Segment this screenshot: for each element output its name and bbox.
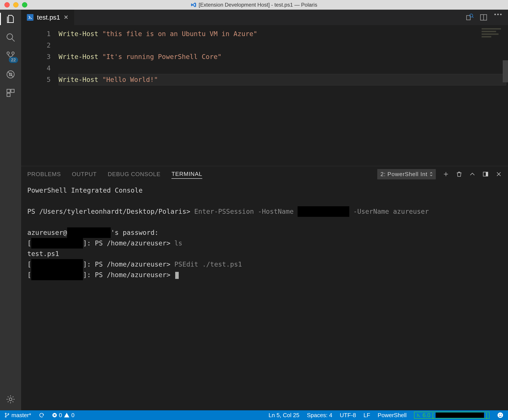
search-activity[interactable] [5,32,16,43]
settings-activity[interactable] [5,394,16,405]
warning-count: 0 [71,412,75,419]
git-branch-status[interactable]: master* [3,412,33,419]
problems-tab[interactable]: PROBLEMS [27,170,61,179]
scm-badge: 22 [9,57,18,63]
branch-name: master* [11,412,31,419]
status-bar: master* 0 0 Ln 5, Col 25 Spaces: 4 UTF-8… [0,410,508,420]
gear-icon [6,394,15,404]
ellipsis-icon [494,14,502,15]
terminal-content[interactable]: PowerShell Integrated Console PS /Users/… [21,182,508,410]
ps-prompt-icon [416,413,421,417]
terminal-line: [xxxxxxxxxxxxx]: PS /home/azureuser> ls [27,238,502,248]
ps-version-text: 6.0 [422,412,430,419]
editor-tab[interactable]: test.ps1 [21,10,75,25]
eol-status[interactable]: LF [362,412,372,419]
svg-point-28 [501,414,502,415]
redacted-hostname: xxxxxxxxxxxxx [298,206,349,217]
code-token: "It's running PowerShell Core" [102,53,222,60]
redacted-host: xxxxxxxxxxxxx [31,259,83,270]
line-number: 3 [21,51,51,62]
editor-tabbar: test.ps1 [21,10,508,25]
kill-terminal-button[interactable] [456,171,462,177]
split-editor-button[interactable] [480,14,487,21]
svg-point-24 [8,414,9,415]
sync-status[interactable] [37,412,46,418]
error-count: 0 [59,412,62,419]
terminal-tab[interactable]: TERMINAL [172,170,202,179]
compare-changes-button[interactable] [465,14,473,21]
terminal-line: [xxxxxxxxxxxxx]: PS /home/azureuser> PSE… [27,259,502,270]
svg-point-0 [7,34,13,40]
window-controls [0,2,27,8]
debug-console-tab[interactable]: DEBUG CONSOLE [108,170,160,179]
indentation-status[interactable]: Spaces: 4 [306,412,334,419]
line-number: 4 [21,62,51,74]
svg-rect-7 [7,89,10,93]
bug-icon [6,70,15,79]
code-content[interactable]: Write-Host "this file is on an Ubuntu VM… [59,25,508,166]
titlebar: [Extension Development Host] - test.ps1 … [0,0,508,10]
powershell-file-icon [27,14,33,21]
editor-toolbar [465,10,508,25]
window-title-text: [Extension Development Host] - test.ps1 … [199,2,317,8]
branch-icon [4,412,10,418]
select-arrows-icon [430,172,433,177]
terminal-line: [xxxxxxxxxxxxx]: PS /home/azureuser> [27,270,502,280]
line-number: 1 [21,28,51,40]
svg-rect-19 [486,172,488,176]
problems-status[interactable]: 0 0 [51,412,76,419]
svg-line-13 [472,16,473,18]
terminal-cursor [175,272,179,279]
svg-line-1 [12,39,15,42]
more-actions-button[interactable] [494,14,502,21]
panel-tabbar: PROBLEMS OUTPUT DEBUG CONSOLE TERMINAL 2… [21,166,508,182]
redacted-host: xxxxxxxxxxxxx [31,238,83,248]
svg-point-26 [498,412,503,418]
maximize-panel-button[interactable] [469,171,475,177]
line-gutter: 1 2 3 4 5 [21,25,59,166]
output-tab[interactable]: OUTPUT [72,170,97,179]
code-editor[interactable]: 1 2 3 4 5 Write-Host "this file is on an… [21,25,508,166]
powershell-version-status[interactable]: 6.0 [] [413,412,491,419]
svg-point-27 [499,414,500,415]
new-terminal-button[interactable] [443,171,449,177]
split-terminal-button[interactable] [482,171,489,177]
minimize-window-button[interactable] [13,2,18,8]
scrollbar-thumb[interactable] [503,60,508,82]
fullscreen-window-button[interactable] [22,2,27,8]
extensions-icon [6,88,15,98]
svg-point-3 [12,52,14,54]
window-title: [Extension Development Host] - test.ps1 … [0,2,508,8]
terminal-selector[interactable]: 2: PowerShell Int [377,169,436,180]
language-mode-status[interactable]: PowerShell [376,412,408,419]
svg-point-10 [9,398,12,401]
terminal-line: azureuser@xxxxxxxxxxx's password: [27,227,502,238]
code-token: "this file is on an Ubuntu VM in Azure" [102,30,257,38]
smiley-icon [497,412,504,419]
code-token: Write-Host [59,30,98,38]
svg-line-6 [8,72,14,77]
vscode-icon [191,2,197,8]
extensions-activity[interactable] [5,88,16,98]
explorer-activity[interactable] [5,14,16,24]
code-token: "Hello World!" [102,76,158,83]
source-control-activity[interactable]: 22 [5,51,16,61]
minimap[interactable] [482,28,506,39]
svg-rect-8 [11,89,14,93]
debug-activity[interactable] [5,69,16,80]
svg-point-23 [5,416,6,417]
close-tab-button[interactable] [64,14,68,21]
close-panel-button[interactable] [496,171,502,177]
sync-icon [39,412,45,418]
code-token: Write-Host [59,53,98,60]
redacted-host: xxxxxxxxxxxxx [31,270,83,280]
encoding-status[interactable]: UTF-8 [338,412,358,419]
svg-rect-9 [7,93,10,97]
terminal-selector-label: 2: PowerShell Int [380,171,427,178]
feedback-status[interactable] [496,412,505,419]
files-icon [6,14,15,24]
cursor-position-status[interactable]: Ln 5, Col 25 [267,412,301,419]
close-window-button[interactable] [4,2,10,8]
main-row: 22 test.ps1 [0,10,508,410]
editor-column: test.ps1 1 2 3 [21,10,508,410]
